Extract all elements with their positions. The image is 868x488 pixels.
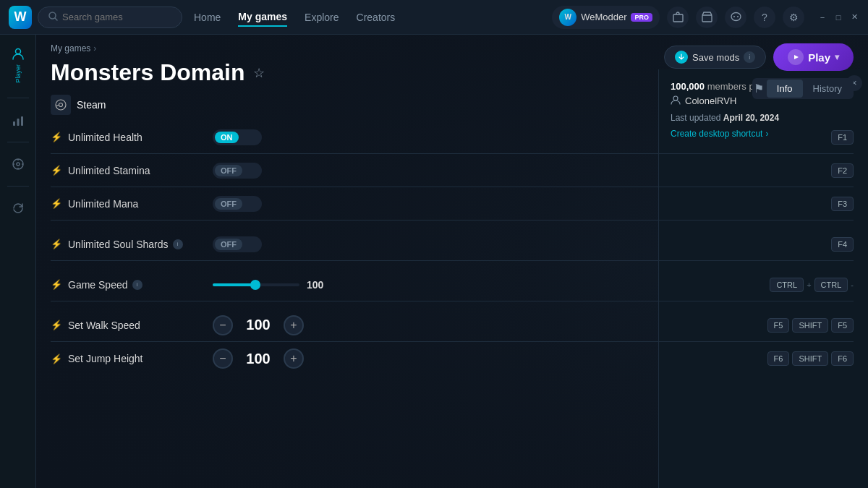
toggle-soul-shards[interactable]: OFF (213, 236, 262, 252)
mod-name-7: Set Jump Height (68, 353, 184, 364)
section-gap-3 (51, 301, 854, 309)
sidebar-player-label: Player (14, 64, 22, 83)
jump-height-decrease[interactable]: − (213, 348, 233, 369)
avatar: W (559, 9, 576, 26)
key-badge-f6-shift: F6 (831, 351, 854, 366)
favorite-icon[interactable]: ☆ (253, 65, 265, 81)
toggle-off-label-4: OFF (215, 239, 242, 250)
play-icon (788, 49, 804, 65)
search-icon (48, 11, 58, 24)
lightning-icon-1: ⚡ (51, 132, 62, 142)
tab-info[interactable]: Info (767, 80, 803, 98)
key-badge-ctrl-minus-label: CTRL (814, 278, 848, 292)
lightning-icon-4: ⚡ (51, 239, 62, 249)
lightning-icon-5: ⚡ (51, 279, 62, 290)
mods-section: ⚡ Unlimited Health ON F1 ⚡ Unlimited Sta… (51, 121, 854, 375)
breadcrumb-parent[interactable]: My games (51, 43, 90, 53)
help-icon[interactable]: ? (754, 7, 775, 28)
key-area-5: CTRL + CTRL - (770, 278, 854, 292)
sidebar-item-player[interactable]: Player (11, 46, 25, 83)
toggle-off-label-3: OFF (215, 198, 242, 210)
walk-speed-decrease[interactable]: − (213, 315, 233, 335)
key-badge-f5-shift: F5 (831, 318, 854, 333)
walk-speed-increase[interactable]: + (284, 315, 304, 335)
toggle-unlimited-stamina[interactable]: OFF (213, 163, 262, 179)
sidebar-divider-2 (7, 142, 29, 142)
save-mods-label: Save mods (692, 52, 739, 63)
svg-point-6 (737, 16, 739, 17)
save-mods-button[interactable]: Save mods i (664, 46, 766, 69)
svg-point-16 (17, 163, 20, 166)
key-badge-ctrl-plus: CTRL (770, 278, 804, 292)
pro-badge: PRO (631, 13, 652, 22)
mod-name-1: Unlimited Health (68, 132, 184, 143)
slider-value: 100 (307, 279, 323, 291)
svg-marker-18 (794, 55, 799, 59)
play-button[interactable]: Play ▾ (773, 43, 854, 71)
game-speed-slider-container: 100 (213, 279, 770, 291)
username: WeModder (581, 12, 626, 22)
nav-home[interactable]: Home (194, 9, 221, 26)
tabs-row: ⚑ Info History (752, 78, 854, 99)
sidebar-item-stats[interactable] (11, 113, 25, 127)
mod-name-2: Unlimited Stamina (68, 165, 184, 176)
key-area-3: F3 (831, 197, 854, 211)
tab-history[interactable]: History (803, 80, 852, 98)
mod-info-icon-4: i (173, 239, 183, 249)
nav-creators[interactable]: Creators (357, 9, 396, 26)
key-area-4: F4 (831, 237, 854, 252)
tab-flag-icon: ⚑ (754, 82, 764, 95)
svg-point-4 (731, 13, 741, 21)
content-inner: My games › Monsters Domain ☆ Steam (36, 35, 868, 384)
lightning-icon-7: ⚡ (51, 354, 62, 364)
save-icon (675, 51, 688, 64)
store-icon[interactable] (696, 7, 718, 28)
mod-name-3: Unlimited Mana (68, 198, 184, 210)
svg-point-17 (59, 103, 63, 107)
play-label: Play (808, 51, 830, 64)
key-badge-1: F1 (831, 130, 854, 145)
nav-explore[interactable]: Explore (305, 9, 339, 26)
section-gap-1 (51, 221, 854, 228)
action-buttons: Save mods i Play ▾ (664, 43, 854, 71)
content-area: My games › Monsters Domain ☆ Steam (36, 35, 868, 488)
mod-row-jump-height: ⚡ Set Jump Height − 100 + F6 SHIFT F6 (51, 342, 854, 375)
mod-row-unlimited-stamina: ⚡ Unlimited Stamina OFF F2 (51, 154, 854, 187)
slider-track[interactable] (213, 283, 299, 286)
jump-height-stepper: − 100 + (213, 348, 304, 369)
close-button[interactable]: ✕ (849, 12, 859, 22)
svg-point-7 (15, 49, 20, 54)
nav-my-games[interactable]: My games (238, 8, 287, 27)
nav-links: Home My games Explore Creators (194, 8, 395, 27)
mod-row-unlimited-health: ⚡ Unlimited Health ON F1 (51, 121, 854, 154)
svg-rect-9 (17, 119, 19, 126)
user-badge: W WeModder PRO (552, 6, 660, 29)
sidebar-item-crosshair[interactable] (11, 157, 25, 171)
toggle-unlimited-mana[interactable]: OFF (213, 196, 262, 212)
settings-icon[interactable]: ⚙ (783, 7, 804, 28)
mod-info-icon-5: i (132, 280, 142, 290)
platform-row: Steam (51, 95, 854, 115)
key-badge-shift: SHIFT (792, 318, 828, 333)
svg-rect-8 (13, 121, 15, 126)
minimize-button[interactable]: − (817, 12, 827, 22)
search-input[interactable] (62, 12, 171, 22)
nav-right: W WeModder PRO ? ⚙ − □ (552, 6, 859, 29)
inventory-icon[interactable] (667, 7, 689, 28)
jump-height-increase[interactable]: + (284, 348, 304, 369)
svg-rect-2 (673, 14, 683, 22)
maximize-button[interactable]: □ (833, 12, 843, 22)
lightning-icon-6: ⚡ (51, 320, 62, 330)
sidebar-item-refresh[interactable] (11, 201, 25, 215)
jump-height-value: 100 (240, 351, 276, 367)
toggle-unlimited-health[interactable]: ON (213, 129, 262, 145)
key-area-6: F5 SHIFT F5 (767, 318, 854, 333)
discord-icon[interactable] (725, 7, 746, 28)
svg-rect-10 (21, 116, 23, 126)
toggle-on-label-1: ON (215, 132, 239, 143)
play-chevron-icon: ▾ (835, 52, 839, 62)
platform-name: Steam (77, 99, 106, 111)
search-bar[interactable] (38, 7, 182, 28)
slider-thumb[interactable] (250, 280, 260, 290)
key-badge-f5: F5 (767, 318, 790, 333)
